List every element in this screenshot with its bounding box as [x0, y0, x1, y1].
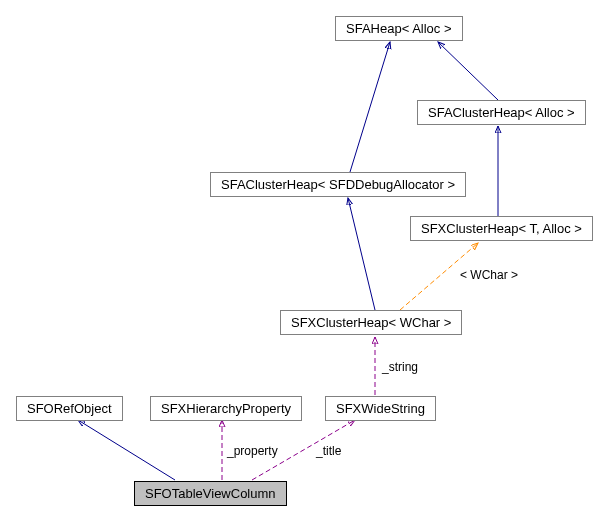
node-sfaclusterheap-debug[interactable]: SFAClusterHeap< SFDDebugAllocator >: [210, 172, 466, 197]
node-sfaclusterheap-alloc[interactable]: SFAClusterHeap< Alloc >: [417, 100, 586, 125]
edge-label-wchar: < WChar >: [460, 268, 518, 282]
node-label: SFXClusterHeap< WChar >: [291, 315, 451, 330]
edge-label-string: _string: [382, 360, 418, 374]
node-label: SFAHeap< Alloc >: [346, 21, 452, 36]
svg-line-4: [78, 420, 175, 480]
edge-label-title: _title: [316, 444, 341, 458]
node-sfxclusterheap-wchar[interactable]: SFXClusterHeap< WChar >: [280, 310, 462, 335]
node-label: SFXClusterHeap< T, Alloc >: [421, 221, 582, 236]
svg-line-1: [438, 42, 498, 100]
node-sforefobject[interactable]: SFORefObject: [16, 396, 123, 421]
edge-label-property: _property: [227, 444, 278, 458]
node-label: SFORefObject: [27, 401, 112, 416]
node-sfxclusterheap-talloc[interactable]: SFXClusterHeap< T, Alloc >: [410, 216, 593, 241]
node-sfaheap[interactable]: SFAHeap< Alloc >: [335, 16, 463, 41]
node-label: SFXHierarchyProperty: [161, 401, 291, 416]
node-sfotableviewcolumn[interactable]: SFOTableViewColumn: [134, 481, 287, 506]
node-sfxhierarchy[interactable]: SFXHierarchyProperty: [150, 396, 302, 421]
node-label: SFAClusterHeap< Alloc >: [428, 105, 575, 120]
svg-line-3: [348, 198, 375, 310]
node-label: SFOTableViewColumn: [145, 486, 276, 501]
node-label: SFAClusterHeap< SFDDebugAllocator >: [221, 177, 455, 192]
node-label: SFXWideString: [336, 401, 425, 416]
svg-line-0: [350, 42, 390, 172]
node-sfxwidestring[interactable]: SFXWideString: [325, 396, 436, 421]
